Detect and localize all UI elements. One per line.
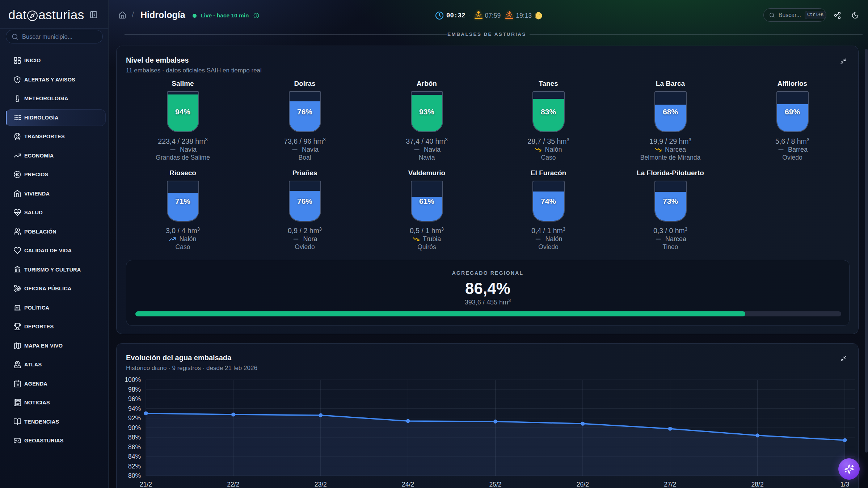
svg-text:21/2: 21/2 xyxy=(140,481,152,488)
svg-text:28/2: 28/2 xyxy=(751,481,764,488)
svg-text:88%: 88% xyxy=(128,434,141,441)
svg-text:26/2: 26/2 xyxy=(577,481,589,488)
svg-text:22/2: 22/2 xyxy=(227,481,239,488)
svg-text:98%: 98% xyxy=(128,386,141,393)
svg-text:1/3: 1/3 xyxy=(840,481,849,488)
svg-text:100%: 100% xyxy=(125,376,141,383)
svg-text:94%: 94% xyxy=(128,405,141,412)
svg-text:82%: 82% xyxy=(128,463,141,470)
svg-text:92%: 92% xyxy=(128,415,141,422)
svg-text:23/2: 23/2 xyxy=(315,481,327,488)
svg-text:24/2: 24/2 xyxy=(402,481,414,488)
svg-text:96%: 96% xyxy=(128,395,141,403)
svg-text:80%: 80% xyxy=(128,472,141,479)
svg-text:84%: 84% xyxy=(128,453,141,460)
svg-text:25/2: 25/2 xyxy=(489,481,501,488)
svg-text:27/2: 27/2 xyxy=(664,481,676,488)
svg-text:90%: 90% xyxy=(128,424,141,432)
svg-text:86%: 86% xyxy=(128,443,141,451)
